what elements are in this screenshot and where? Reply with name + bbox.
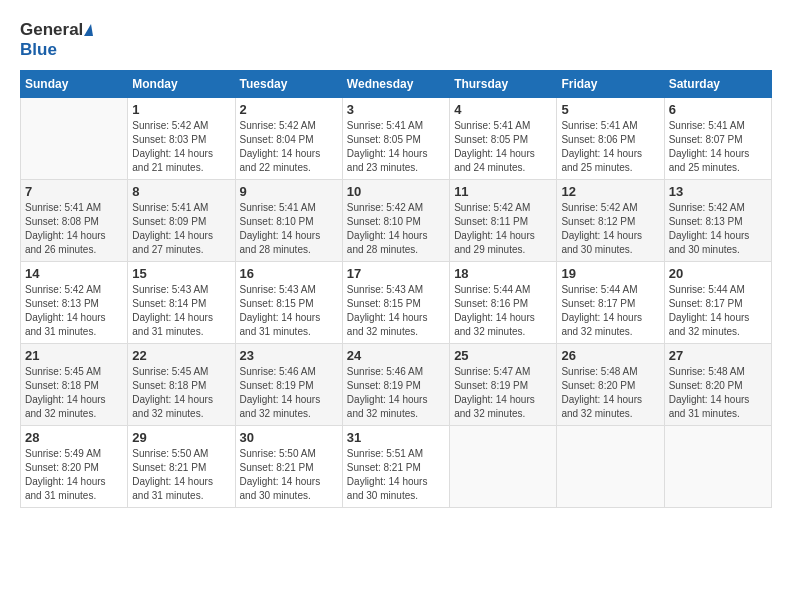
header-cell-friday: Friday (557, 71, 664, 98)
logo-triangle-icon (84, 24, 93, 36)
day-cell: 24Sunrise: 5:46 AM Sunset: 8:19 PM Dayli… (342, 344, 449, 426)
day-info: Sunrise: 5:44 AM Sunset: 8:17 PM Dayligh… (561, 283, 659, 339)
day-number: 8 (132, 184, 230, 199)
day-cell: 5Sunrise: 5:41 AM Sunset: 8:06 PM Daylig… (557, 98, 664, 180)
day-cell: 30Sunrise: 5:50 AM Sunset: 8:21 PM Dayli… (235, 426, 342, 508)
day-number: 7 (25, 184, 123, 199)
day-info: Sunrise: 5:43 AM Sunset: 8:15 PM Dayligh… (347, 283, 445, 339)
calendar-header: SundayMondayTuesdayWednesdayThursdayFrid… (21, 71, 772, 98)
day-cell: 25Sunrise: 5:47 AM Sunset: 8:19 PM Dayli… (450, 344, 557, 426)
logo-general: General (20, 20, 83, 40)
day-number: 30 (240, 430, 338, 445)
day-number: 5 (561, 102, 659, 117)
day-cell: 26Sunrise: 5:48 AM Sunset: 8:20 PM Dayli… (557, 344, 664, 426)
day-info: Sunrise: 5:42 AM Sunset: 8:10 PM Dayligh… (347, 201, 445, 257)
day-info: Sunrise: 5:43 AM Sunset: 8:15 PM Dayligh… (240, 283, 338, 339)
day-info: Sunrise: 5:45 AM Sunset: 8:18 PM Dayligh… (132, 365, 230, 421)
day-number: 16 (240, 266, 338, 281)
day-info: Sunrise: 5:42 AM Sunset: 8:11 PM Dayligh… (454, 201, 552, 257)
day-number: 9 (240, 184, 338, 199)
day-cell (557, 426, 664, 508)
day-cell: 28Sunrise: 5:49 AM Sunset: 8:20 PM Dayli… (21, 426, 128, 508)
day-cell: 17Sunrise: 5:43 AM Sunset: 8:15 PM Dayli… (342, 262, 449, 344)
day-cell: 15Sunrise: 5:43 AM Sunset: 8:14 PM Dayli… (128, 262, 235, 344)
day-info: Sunrise: 5:41 AM Sunset: 8:05 PM Dayligh… (454, 119, 552, 175)
calendar-table: SundayMondayTuesdayWednesdayThursdayFrid… (20, 70, 772, 508)
day-number: 25 (454, 348, 552, 363)
day-info: Sunrise: 5:41 AM Sunset: 8:07 PM Dayligh… (669, 119, 767, 175)
day-number: 26 (561, 348, 659, 363)
header-cell-wednesday: Wednesday (342, 71, 449, 98)
day-cell: 10Sunrise: 5:42 AM Sunset: 8:10 PM Dayli… (342, 180, 449, 262)
day-info: Sunrise: 5:48 AM Sunset: 8:20 PM Dayligh… (669, 365, 767, 421)
day-cell: 22Sunrise: 5:45 AM Sunset: 8:18 PM Dayli… (128, 344, 235, 426)
day-info: Sunrise: 5:41 AM Sunset: 8:10 PM Dayligh… (240, 201, 338, 257)
day-number: 18 (454, 266, 552, 281)
day-number: 17 (347, 266, 445, 281)
day-cell: 1Sunrise: 5:42 AM Sunset: 8:03 PM Daylig… (128, 98, 235, 180)
header-cell-sunday: Sunday (21, 71, 128, 98)
day-number: 13 (669, 184, 767, 199)
day-number: 22 (132, 348, 230, 363)
day-cell: 9Sunrise: 5:41 AM Sunset: 8:10 PM Daylig… (235, 180, 342, 262)
day-cell: 19Sunrise: 5:44 AM Sunset: 8:17 PM Dayli… (557, 262, 664, 344)
day-number: 23 (240, 348, 338, 363)
day-info: Sunrise: 5:43 AM Sunset: 8:14 PM Dayligh… (132, 283, 230, 339)
day-number: 21 (25, 348, 123, 363)
header-row: SundayMondayTuesdayWednesdayThursdayFrid… (21, 71, 772, 98)
day-info: Sunrise: 5:42 AM Sunset: 8:04 PM Dayligh… (240, 119, 338, 175)
day-number: 12 (561, 184, 659, 199)
header-cell-tuesday: Tuesday (235, 71, 342, 98)
day-cell: 29Sunrise: 5:50 AM Sunset: 8:21 PM Dayli… (128, 426, 235, 508)
day-cell: 11Sunrise: 5:42 AM Sunset: 8:11 PM Dayli… (450, 180, 557, 262)
day-number: 27 (669, 348, 767, 363)
day-info: Sunrise: 5:42 AM Sunset: 8:13 PM Dayligh… (25, 283, 123, 339)
day-info: Sunrise: 5:47 AM Sunset: 8:19 PM Dayligh… (454, 365, 552, 421)
header-cell-saturday: Saturday (664, 71, 771, 98)
day-info: Sunrise: 5:51 AM Sunset: 8:21 PM Dayligh… (347, 447, 445, 503)
header-cell-thursday: Thursday (450, 71, 557, 98)
week-row-1: 1Sunrise: 5:42 AM Sunset: 8:03 PM Daylig… (21, 98, 772, 180)
day-cell: 2Sunrise: 5:42 AM Sunset: 8:04 PM Daylig… (235, 98, 342, 180)
day-number: 6 (669, 102, 767, 117)
day-cell: 13Sunrise: 5:42 AM Sunset: 8:13 PM Dayli… (664, 180, 771, 262)
day-cell: 23Sunrise: 5:46 AM Sunset: 8:19 PM Dayli… (235, 344, 342, 426)
day-number: 2 (240, 102, 338, 117)
day-number: 20 (669, 266, 767, 281)
week-row-3: 14Sunrise: 5:42 AM Sunset: 8:13 PM Dayli… (21, 262, 772, 344)
day-info: Sunrise: 5:44 AM Sunset: 8:17 PM Dayligh… (669, 283, 767, 339)
day-info: Sunrise: 5:46 AM Sunset: 8:19 PM Dayligh… (347, 365, 445, 421)
day-cell: 16Sunrise: 5:43 AM Sunset: 8:15 PM Dayli… (235, 262, 342, 344)
day-cell: 20Sunrise: 5:44 AM Sunset: 8:17 PM Dayli… (664, 262, 771, 344)
day-cell (664, 426, 771, 508)
day-number: 3 (347, 102, 445, 117)
day-number: 15 (132, 266, 230, 281)
day-number: 14 (25, 266, 123, 281)
day-cell (450, 426, 557, 508)
week-row-4: 21Sunrise: 5:45 AM Sunset: 8:18 PM Dayli… (21, 344, 772, 426)
day-number: 1 (132, 102, 230, 117)
day-info: Sunrise: 5:41 AM Sunset: 8:08 PM Dayligh… (25, 201, 123, 257)
day-info: Sunrise: 5:45 AM Sunset: 8:18 PM Dayligh… (25, 365, 123, 421)
day-info: Sunrise: 5:44 AM Sunset: 8:16 PM Dayligh… (454, 283, 552, 339)
day-cell: 7Sunrise: 5:41 AM Sunset: 8:08 PM Daylig… (21, 180, 128, 262)
day-cell: 31Sunrise: 5:51 AM Sunset: 8:21 PM Dayli… (342, 426, 449, 508)
day-info: Sunrise: 5:48 AM Sunset: 8:20 PM Dayligh… (561, 365, 659, 421)
week-row-5: 28Sunrise: 5:49 AM Sunset: 8:20 PM Dayli… (21, 426, 772, 508)
day-number: 31 (347, 430, 445, 445)
logo: General Blue (20, 20, 93, 60)
day-info: Sunrise: 5:50 AM Sunset: 8:21 PM Dayligh… (132, 447, 230, 503)
day-info: Sunrise: 5:50 AM Sunset: 8:21 PM Dayligh… (240, 447, 338, 503)
day-info: Sunrise: 5:49 AM Sunset: 8:20 PM Dayligh… (25, 447, 123, 503)
day-info: Sunrise: 5:42 AM Sunset: 8:12 PM Dayligh… (561, 201, 659, 257)
day-cell: 18Sunrise: 5:44 AM Sunset: 8:16 PM Dayli… (450, 262, 557, 344)
day-info: Sunrise: 5:42 AM Sunset: 8:03 PM Dayligh… (132, 119, 230, 175)
day-cell (21, 98, 128, 180)
day-info: Sunrise: 5:42 AM Sunset: 8:13 PM Dayligh… (669, 201, 767, 257)
day-cell: 4Sunrise: 5:41 AM Sunset: 8:05 PM Daylig… (450, 98, 557, 180)
day-number: 4 (454, 102, 552, 117)
week-row-2: 7Sunrise: 5:41 AM Sunset: 8:08 PM Daylig… (21, 180, 772, 262)
day-cell: 6Sunrise: 5:41 AM Sunset: 8:07 PM Daylig… (664, 98, 771, 180)
day-number: 29 (132, 430, 230, 445)
day-number: 24 (347, 348, 445, 363)
